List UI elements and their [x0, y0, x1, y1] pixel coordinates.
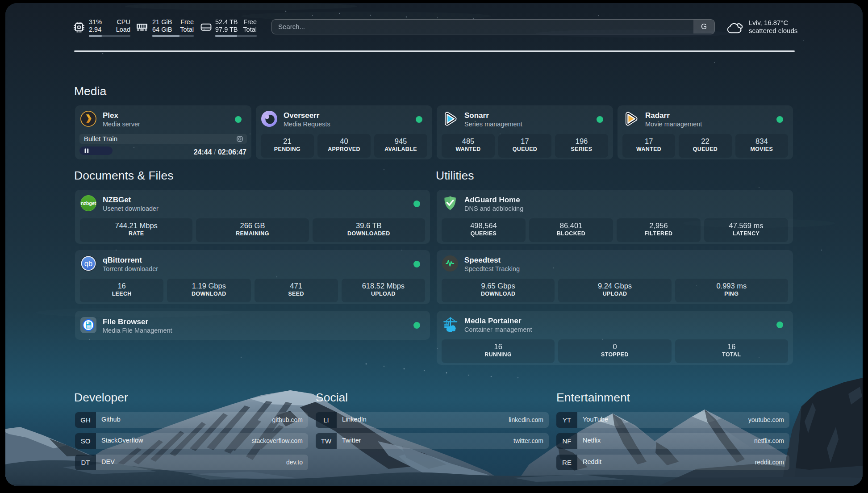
svg-text:qb: qb	[84, 259, 92, 267]
svg-text:nzbget: nzbget	[81, 201, 96, 206]
